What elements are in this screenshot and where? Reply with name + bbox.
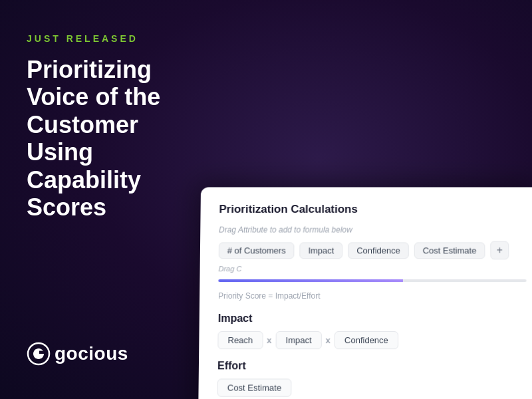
formula-text: Priority Score = Impact/Effort: [218, 291, 527, 301]
formula-tag-cost-estimate[interactable]: Cost Estimate: [217, 378, 292, 396]
main-title: Prioritizing Voice of the Customer Using…: [27, 56, 180, 221]
attribute-tags-row: # of Customers Impact Confidence Cost Es…: [218, 241, 526, 273]
logo-text: gocious: [55, 343, 128, 364]
tag-cost-estimate[interactable]: Cost Estimate: [414, 242, 485, 259]
drag-hint-right: Drag C: [218, 265, 241, 273]
impact-section-label: Impact: [218, 313, 527, 325]
add-tag-button[interactable]: +: [490, 241, 509, 259]
priority-slider[interactable]: [218, 279, 526, 282]
logo-area: gocious: [27, 342, 180, 366]
formula-tag-impact[interactable]: Impact: [275, 331, 321, 349]
formula-tag-reach[interactable]: Reach: [217, 331, 263, 349]
effort-section-label: Effort: [217, 360, 527, 372]
gocious-logo-icon: [27, 342, 51, 366]
effort-section: Effort Cost Estimate: [217, 360, 528, 397]
drag-hint-text: Drag Attribute to add to formula below: [219, 225, 526, 235]
operator-1: x: [267, 335, 271, 345]
tag-customers[interactable]: # of Customers: [219, 242, 295, 259]
just-released-badge: JUST RELEASED: [27, 33, 180, 44]
impact-formula-row: Reach x Impact x Confidence: [217, 331, 527, 349]
prioritization-card: Prioritization Calculations Drag Attribu…: [198, 187, 532, 399]
formula-tag-confidence[interactable]: Confidence: [334, 331, 398, 349]
left-panel: JUST RELEASED Prioritizing Voice of the …: [0, 0, 206, 399]
effort-formula-row: Cost Estimate: [217, 378, 528, 396]
top-content: JUST RELEASED Prioritizing Voice of the …: [27, 33, 180, 221]
tag-impact[interactable]: Impact: [299, 242, 342, 259]
tag-confidence[interactable]: Confidence: [348, 242, 409, 259]
operator-2: x: [326, 335, 331, 345]
card-title: Prioritization Calculations: [219, 203, 525, 216]
